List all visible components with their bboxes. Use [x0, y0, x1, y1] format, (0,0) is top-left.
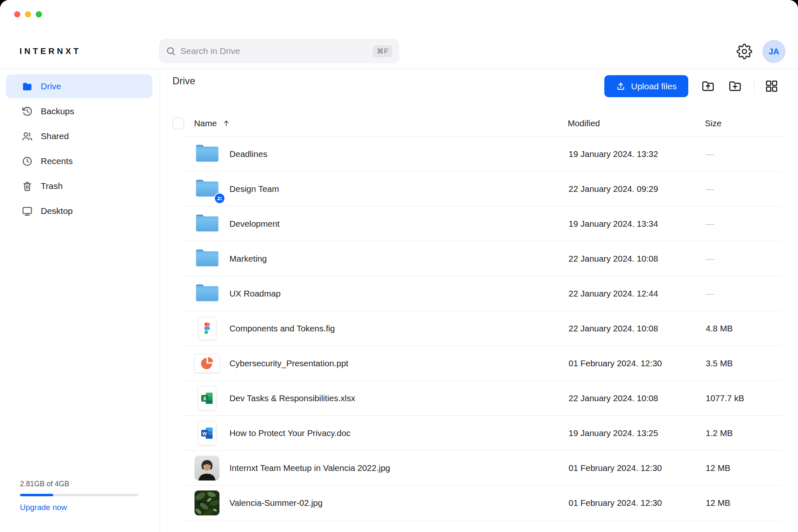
- file-icon-cell: [194, 354, 220, 373]
- file-size: —: [706, 289, 714, 299]
- table-header: Name Modified Size: [160, 110, 798, 137]
- zoom-window-button[interactable]: [36, 11, 42, 17]
- sidebar-item-trash[interactable]: Trash: [6, 174, 153, 198]
- toolbar-divider: [754, 80, 754, 93]
- sort-ascending-icon: [222, 119, 230, 127]
- file-icon-cell: [194, 282, 220, 305]
- file-name: How to Protect Your Privacy.doc: [229, 428, 350, 438]
- sidebar-item-label: Backups: [41, 106, 74, 116]
- upgrade-link[interactable]: Upgrade now: [20, 503, 67, 512]
- sidebar-item-label: Trash: [41, 181, 63, 191]
- upload-icon: [616, 81, 626, 91]
- folder-icon: [194, 282, 220, 303]
- sidebar-item-desktop[interactable]: Desktop: [6, 199, 153, 223]
- upload-folder-button[interactable]: [701, 79, 715, 94]
- table-row[interactable]: Design Team22 January 2024. 09:29—: [160, 172, 798, 206]
- file-size: —: [706, 184, 714, 194]
- column-header-modified[interactable]: Modified: [568, 118, 600, 128]
- clock-icon: [22, 156, 33, 167]
- close-window-button[interactable]: [14, 11, 20, 17]
- file-icon-cell: [194, 456, 220, 481]
- table-row[interactable]: Development19 January 2024. 13:34—: [160, 206, 798, 241]
- modified-date: 22 January 2024. 10:08: [569, 324, 658, 333]
- modified-date: 19 January 2024. 13:34: [569, 219, 658, 229]
- file-size: 12 MB: [706, 498, 730, 508]
- file-icon-cell: W: [194, 421, 220, 445]
- upload-files-button[interactable]: Upload files: [604, 75, 688, 97]
- file-size: 12 MB: [706, 463, 730, 473]
- folder-icon: [194, 248, 220, 268]
- shared-badge-icon: [214, 193, 225, 204]
- people-icon: [22, 131, 33, 142]
- modified-date: 19 January 2024. 13:32: [569, 149, 658, 159]
- storage-progressbar: [20, 494, 138, 496]
- search-placeholder: Search in Drive: [180, 46, 240, 56]
- sidebar-nav: Drive Backups Shared Recents: [0, 69, 160, 223]
- table-row[interactable]: Cybersecurity_Presentation.ppt01 Februar…: [160, 346, 798, 381]
- sidebar-item-label: Recents: [41, 156, 73, 166]
- upload-files-label: Upload files: [631, 81, 677, 91]
- sidebar: Drive Backups Shared Recents: [0, 69, 160, 532]
- file-size: 3.5 MB: [706, 358, 733, 368]
- create-folder-button[interactable]: [728, 79, 742, 94]
- file-name: Development: [229, 219, 280, 229]
- page-title: Drive: [172, 76, 195, 87]
- avatar[interactable]: JA: [762, 40, 786, 63]
- sidebar-item-shared[interactable]: Shared: [6, 124, 153, 148]
- folder-icon: [194, 213, 220, 233]
- photo-thumbnail: [195, 456, 219, 481]
- sidebar-item-drive[interactable]: Drive: [6, 74, 153, 98]
- photo-thumbnail: [195, 490, 219, 515]
- word-file-icon: W: [198, 421, 216, 445]
- sidebar-item-backups[interactable]: Backups: [6, 99, 153, 123]
- select-all-checkbox[interactable]: [172, 118, 184, 129]
- table-row[interactable]: Valencia-Summer-02.jpg01 February 2024. …: [160, 485, 798, 520]
- settings-button[interactable]: [736, 44, 753, 60]
- sidebar-item-label: Drive: [41, 81, 61, 91]
- table-row[interactable]: UX Roadmap22 January 2024. 12:44—: [160, 276, 798, 311]
- sidebar-item-recents[interactable]: Recents: [6, 149, 153, 173]
- file-icon-cell: [194, 213, 220, 235]
- folder-icon: [194, 143, 220, 164]
- modified-date: 19 January 2024. 13:25: [569, 428, 658, 438]
- table-row[interactable]: Components and Tokens.fig22 January 2024…: [160, 311, 798, 346]
- column-header-size[interactable]: Size: [705, 118, 722, 128]
- file-size: —: [706, 149, 714, 159]
- file-icon-cell: X: [194, 386, 220, 410]
- file-size: —: [706, 219, 714, 229]
- sidebar-item-label: Shared: [41, 131, 69, 141]
- modified-date: 01 February 2024. 12:30: [569, 358, 662, 368]
- storage-usage: 2.81GB of 4GB: [20, 480, 138, 488]
- storage-panel: 2.81GB of 4GB Upgrade now: [20, 480, 138, 512]
- modified-date: 01 February 2024. 12:30: [569, 498, 662, 508]
- table-row[interactable]: Marketing22 January 2024. 10:08—: [160, 241, 798, 276]
- column-name-label: Name: [194, 118, 217, 128]
- column-header-name[interactable]: Name: [194, 118, 230, 128]
- folder-plus-icon: [728, 79, 742, 93]
- table-row[interactable]: X Dev Tasks & Responsibilities.xlsx22 Ja…: [160, 381, 798, 416]
- file-name: Marketing: [229, 254, 267, 264]
- svg-text:X: X: [203, 396, 207, 402]
- brand-logo: INTERNXT: [20, 47, 81, 56]
- file-icon-cell: [194, 178, 220, 200]
- file-name: Dev Tasks & Responsibilities.xlsx: [229, 393, 355, 403]
- table-row[interactable]: Deadlines19 January 2024. 13:32—: [160, 137, 798, 172]
- sidebar-item-label: Desktop: [41, 206, 73, 216]
- modified-date: 22 January 2024. 12:44: [569, 289, 658, 299]
- gear-icon: [736, 44, 752, 59]
- modified-date: 22 January 2024. 09:29: [569, 184, 658, 194]
- file-name: Components and Tokens.fig: [229, 324, 335, 333]
- search-input[interactable]: Search in Drive ⌘F: [159, 39, 399, 63]
- grid-view-button[interactable]: [764, 79, 779, 94]
- file-icon-cell: [194, 143, 220, 165]
- table-row[interactable]: Internxt Team Meetup in Valencia 2022.jp…: [160, 451, 798, 485]
- table-row[interactable]: W How to Protect Your Privacy.doc19 Janu…: [160, 416, 798, 451]
- search-shortcut-badge: ⌘F: [373, 45, 392, 57]
- file-list: Deadlines19 January 2024. 13:32— Design …: [160, 137, 798, 520]
- file-size: —: [706, 254, 714, 264]
- minimize-window-button[interactable]: [25, 11, 31, 17]
- file-name: Deadlines: [229, 149, 267, 159]
- toolbar: Upload files: [604, 75, 779, 97]
- figma-file-icon: [198, 317, 216, 340]
- modified-date: 22 January 2024. 10:08: [569, 254, 658, 264]
